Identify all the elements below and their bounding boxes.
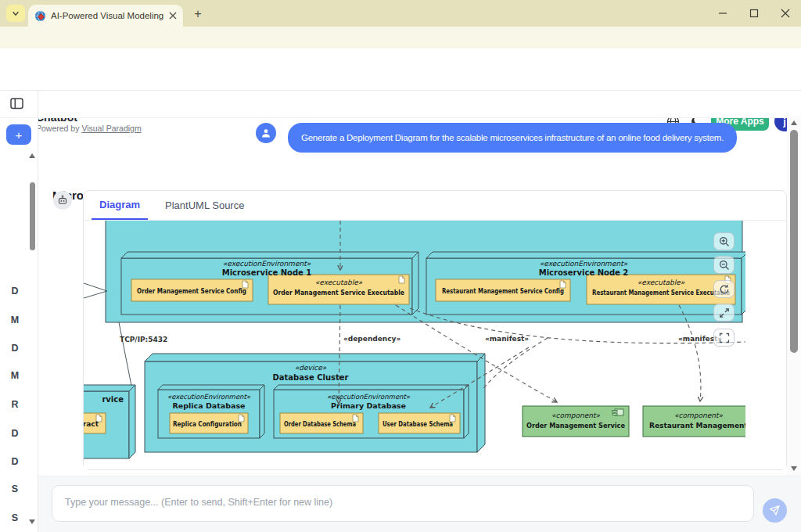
tab-search-button[interactable] [6,5,25,22]
send-plane-icon [769,505,781,516]
replica-name: Replica Database [173,401,246,410]
minimize-button[interactable] [707,0,738,27]
sidebar-item[interactable]: D [8,343,22,354]
maximize-button[interactable] [738,0,770,27]
chat-scrollbar[interactable] [787,116,801,476]
sidebar-item[interactable]: M [8,370,22,381]
clipped-artifact-label: tract [84,420,99,428]
sidebar-item[interactable]: S [8,512,22,523]
message-input-bar [38,476,801,532]
artifact-stereotype: «executable» [638,279,685,286]
user-message-bubble: Generate a Deployment Diagram for the sc… [288,123,737,153]
sidebar-item[interactable]: D [8,456,22,467]
device-stereotype: «device» [295,364,327,372]
component-name: Order Management Service [526,422,625,430]
artifact-label: Order Database Schema [284,420,356,428]
zoom-in-button[interactable] [713,232,735,250]
page-title-bar: Microservices Deployment Diagram [0,91,801,118]
sidebar-item[interactable]: D [8,428,22,439]
tab-diagram[interactable]: Diagram [92,191,148,220]
visual-paradigm-link[interactable]: Visual Paradigm [81,124,141,133]
expand-button[interactable] [713,304,735,322]
clipped-node-name: rvice [102,395,124,404]
sidebar-item[interactable]: R [8,399,22,410]
send-button[interactable] [763,498,787,523]
artifact-label: Restaurant Management Service Executable [592,289,730,297]
sidebar-scroll-up-icon[interactable] [29,153,35,158]
artifact-label: Replica Configuration [173,420,242,428]
window-controls [707,0,801,27]
tab-title: AI-Powered Visual Modeling Ch [51,11,164,20]
browser-toolbar: ai-toolbox.visual-paradigm.com/app/chatb… [0,27,801,49]
chevron-down-icon [11,9,20,18]
component-stereotype: «component» [674,412,723,419]
sidebar-item[interactable]: S [8,483,22,494]
zoom-out-button[interactable] [713,256,735,274]
site-favicon [34,10,46,22]
node2-stereotype: «executionEnvironment» [540,260,628,268]
sidebar-toggle-icon[interactable] [10,98,23,110]
browser-tab[interactable]: AI-Powered Visual Modeling Ch [28,5,183,27]
user-message-avatar [256,123,276,143]
person-icon [260,128,271,138]
primary-name: Primary Database [331,401,406,410]
card-tab-row: Diagram PlantUML Source [84,191,786,221]
tab-plantuml-source[interactable]: PlantUML Source [157,191,252,220]
diagram-viewport[interactable]: «executionEnvironment» Microservice Node… [84,221,786,469]
bot-avatar [53,191,72,210]
edge-left-1 [84,283,107,291]
robot-icon [57,195,68,206]
conversation-sidebar: + D M D M R D D S S R S P [0,118,38,532]
replica-stereotype: «executionEnvironment» [167,393,251,401]
component-name: Restaurant Management Serv [649,422,768,430]
browser-window: AI-Powered Visual Modeling Ch + ai-toolb… [0,0,801,532]
diagram-card: Diagram PlantUML Source [83,190,787,470]
node1-stereotype: «executionEnvironment» [223,260,311,268]
edge-label-tcp: TCP/IP:5432 [120,336,167,343]
app-header: Chatbot Powered by Visual Paradigm More … [0,49,801,91]
message-input[interactable] [52,485,754,522]
artifact-label: Restaurant Management Service Config [442,287,564,295]
edge-label-manifest: «manifest» [485,335,529,343]
sidebar-item[interactable]: D [8,286,22,297]
edge-crossing [482,338,548,390]
edge-tcp [119,322,131,386]
node2-name: Microservice Node 2 [539,268,629,277]
powered-by: Powered by Visual Paradigm [36,124,142,133]
component-icon [612,409,623,415]
sidebar-divider [38,91,38,532]
new-tab-button[interactable]: + [189,5,207,23]
fullscreen-button[interactable] [713,329,735,347]
artifact-stereotype: «executable» [315,279,363,286]
edge-label-dependency: «dependency» [343,335,400,343]
deployment-diagram: «executionEnvironment» Microservice Node… [84,221,786,469]
artifact-label: User Database Schema [383,420,453,428]
close-button[interactable] [770,0,801,27]
scrollbar-thumb[interactable] [790,130,798,353]
artifact-label: Order Management Service Config [137,287,246,295]
scroll-down-icon[interactable] [791,466,797,471]
scroll-up-icon[interactable] [791,120,797,125]
zoom-reset-button[interactable] [713,280,735,298]
node1-name: Microservice Node 1 [222,268,312,277]
new-chat-button[interactable]: + [6,124,31,145]
sidebar-scrollbar-thumb[interactable] [30,182,35,250]
browser-tab-strip: AI-Powered Visual Modeling Ch + [0,0,801,27]
sidebar-item[interactable]: M [8,315,22,325]
sidebar-scroll-down-icon[interactable] [29,519,35,524]
artifact-label: Order Management Service Executable [273,289,404,297]
edge-left-2 [84,291,107,298]
primary-stereotype: «executionEnvironment» [327,393,411,401]
device-name: Database Cluster [272,373,348,382]
component-stereotype: «component» [551,412,600,419]
tab-close-icon[interactable] [169,12,177,20]
